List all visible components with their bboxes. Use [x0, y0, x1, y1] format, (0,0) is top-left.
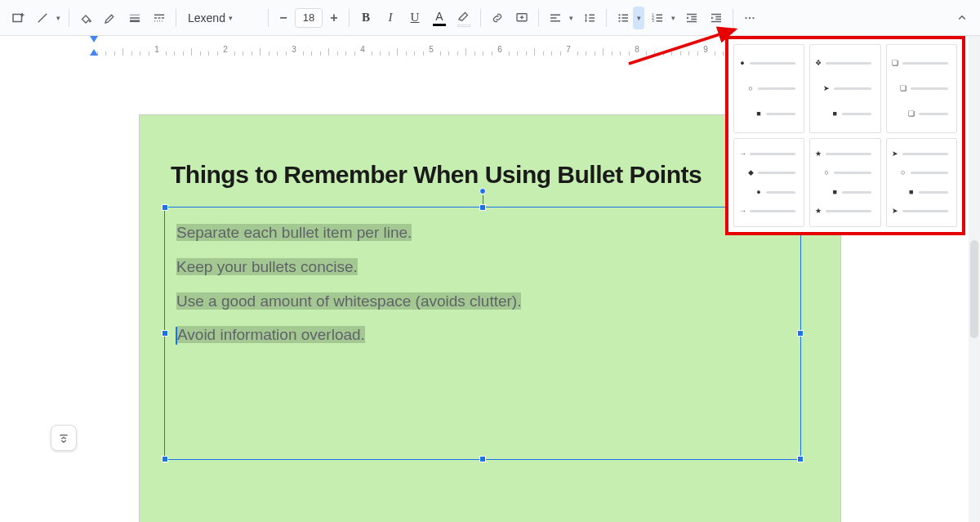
- ruler-number: 8: [635, 45, 639, 54]
- separator: [606, 9, 607, 27]
- resize-handle-se[interactable]: [797, 456, 804, 462]
- bulleted-list-dropdown[interactable]: ▾: [633, 7, 644, 29]
- first-line-indent-marker[interactable]: [90, 36, 98, 42]
- bullet-style-option[interactable]: ➤○■➤: [886, 138, 957, 227]
- font-size-group: − +: [274, 7, 344, 29]
- underline-button[interactable]: U: [403, 7, 426, 29]
- italic-button[interactable]: I: [379, 7, 402, 29]
- bullet-mark-icon: ➤: [892, 150, 898, 158]
- font-size-decrease-button[interactable]: −: [274, 7, 293, 29]
- separator: [349, 9, 350, 27]
- svg-point-21: [618, 14, 620, 16]
- bullet-mark-icon: →: [739, 207, 746, 215]
- bullet-mark-icon: ❏: [900, 85, 906, 92]
- ruler-number: 4: [360, 45, 365, 54]
- more-options-button[interactable]: [738, 7, 761, 29]
- separator: [480, 9, 481, 27]
- align-button[interactable]: [544, 7, 567, 29]
- insert-link-button[interactable]: [486, 7, 509, 29]
- bullet-style-option[interactable]: →◆●→: [733, 138, 804, 227]
- body-line: Avoid information overload.: [177, 326, 365, 343]
- svg-point-41: [745, 16, 746, 18]
- vertical-scrollbar[interactable]: [969, 36, 980, 522]
- app-root: ▾ Lexend ▾ − + B I U A ▾: [0, 0, 980, 522]
- toolbar: ▾ Lexend ▾ − + B I U A ▾: [0, 0, 980, 36]
- font-size-increase-button[interactable]: +: [324, 7, 344, 29]
- bullet-style-option[interactable]: ❏❏❏: [886, 44, 957, 133]
- bullet-mark-icon: ○: [747, 85, 754, 92]
- ruler-number: 9: [703, 45, 708, 54]
- bullet-style-option[interactable]: ★○■★: [809, 138, 880, 227]
- bullet-style-dropdown-callout: ●○■❖➤■❏❏❏→◆●→★○■★➤○■➤: [725, 36, 965, 235]
- body-line: Keep your bullets concise.: [176, 258, 358, 275]
- border-dash-icon[interactable]: [148, 7, 171, 29]
- bullet-mark-icon: ●: [739, 60, 746, 67]
- bullet-mark-icon: ❖: [815, 60, 822, 67]
- bullet-style-option[interactable]: ❖➤■: [809, 44, 880, 133]
- insert-comment-button[interactable]: [510, 7, 533, 29]
- font-size-input[interactable]: [295, 8, 323, 28]
- bullet-mark-icon: ○: [900, 169, 906, 176]
- bold-button[interactable]: B: [354, 7, 377, 29]
- line-tool-button[interactable]: [31, 7, 54, 29]
- increase-indent-button[interactable]: [705, 7, 728, 29]
- svg-line-3: [38, 13, 47, 22]
- svg-rect-0: [13, 14, 22, 21]
- new-slide-button[interactable]: [7, 7, 29, 29]
- resize-handle-n[interactable]: [479, 204, 486, 211]
- resize-handle-e[interactable]: [797, 330, 804, 337]
- svg-point-42: [749, 16, 751, 18]
- bullet-mark-icon: ➤: [823, 85, 830, 92]
- bullet-mark-icon: ○: [823, 169, 830, 176]
- bullet-mark-icon: ➤: [892, 207, 898, 215]
- svg-point-4: [89, 20, 91, 22]
- ruler-number: 5: [429, 45, 434, 54]
- bullet-mark-icon: ◆: [747, 169, 754, 176]
- body-line: Separate each bullet item per line.: [176, 224, 412, 241]
- bullet-mark-icon: ■: [831, 189, 838, 196]
- numbered-list-button[interactable]: 123: [646, 7, 669, 29]
- slide-title[interactable]: Things to Remember When Using Bullet Poi…: [171, 161, 702, 189]
- bullet-mark-icon: ●: [755, 189, 762, 196]
- bulleted-list-button[interactable]: [612, 7, 635, 29]
- bullet-mark-icon: ❏: [892, 60, 898, 67]
- ruler-number: 6: [497, 45, 502, 54]
- bullet-mark-icon: ★: [815, 150, 822, 158]
- left-indent-marker[interactable]: [90, 49, 98, 56]
- collapse-toolbar-button[interactable]: [951, 7, 973, 29]
- decrease-indent-button[interactable]: [680, 7, 703, 29]
- ruler-number: 3: [292, 45, 296, 54]
- svg-point-22: [618, 16, 620, 18]
- body-textbox[interactable]: Separate each bullet item per line. Keep…: [164, 207, 801, 460]
- bullet-mark-icon: ■: [908, 189, 915, 196]
- bullet-style-grid: ●○■❖➤■❏❏❏→◆●→★○■★➤○■➤: [733, 44, 957, 227]
- ruler-number: 7: [566, 45, 571, 54]
- align-dropdown[interactable]: ▾: [565, 7, 577, 29]
- resize-handle-s[interactable]: [479, 456, 486, 462]
- paint-bucket-icon[interactable]: [74, 7, 97, 29]
- line-tool-dropdown[interactable]: ▾: [52, 7, 64, 29]
- font-family-select[interactable]: Lexend ▾: [181, 7, 263, 29]
- rotate-handle[interactable]: [479, 188, 486, 194]
- separator: [268, 9, 269, 27]
- separator: [733, 9, 733, 27]
- line-spacing-button[interactable]: [578, 7, 601, 29]
- body-text[interactable]: Separate each bullet item per line. Keep…: [165, 207, 800, 360]
- resize-handle-nw[interactable]: [162, 204, 168, 211]
- body-line: Use a good amount of whitespace (avoids …: [176, 292, 521, 310]
- bullet-style-option[interactable]: ●○■: [733, 44, 804, 133]
- border-weight-icon[interactable]: [123, 7, 146, 29]
- bullet-mark-icon: ❏: [908, 110, 915, 118]
- bullet-mark-icon: ■: [755, 110, 762, 118]
- speaker-notes-toggle[interactable]: [51, 425, 77, 451]
- resize-handle-w[interactable]: [162, 330, 168, 337]
- scrollbar-thumb[interactable]: [970, 240, 978, 338]
- text-color-button[interactable]: A: [428, 7, 451, 29]
- svg-text:3: 3: [652, 19, 654, 23]
- font-family-label: Lexend: [188, 11, 225, 25]
- numbered-list-dropdown[interactable]: ▾: [667, 7, 679, 29]
- border-color-icon[interactable]: [99, 7, 122, 29]
- svg-point-43: [752, 16, 754, 18]
- highlight-color-button[interactable]: [452, 7, 475, 29]
- resize-handle-sw[interactable]: [162, 456, 168, 462]
